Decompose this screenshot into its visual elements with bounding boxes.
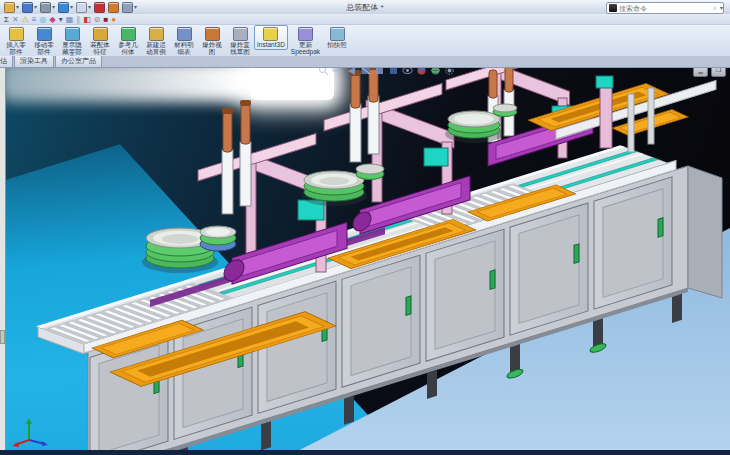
button-label: 图 [209,49,216,56]
instant3d-button[interactable]: Instant3D [254,25,288,50]
explode-line-sketch-icon [233,27,248,41]
chevron-down-icon[interactable]: ▾ [52,4,55,10]
edit-appearance-icon[interactable] [416,68,427,80]
quick-access-toolbar: ▾▾▾▾▾▾ [0,1,138,13]
save-button[interactable]: ▾ [21,1,38,13]
hide-show-items-icon[interactable] [402,68,413,80]
select-icon [76,2,87,13]
tab-办公室产品[interactable]: 办公室产品 [55,56,102,67]
view-orientation-icon[interactable] [374,68,385,80]
open-icon [4,2,15,13]
solidworks-logo-icon [609,4,617,12]
separator-icon: ∥ [76,15,80,24]
equations-icon[interactable]: Σ [4,15,9,24]
rebuild-button[interactable] [93,1,106,13]
chevron-down-icon[interactable]: ▾ [16,4,19,10]
measure-icon[interactable]: ✕ [12,15,19,24]
view-settings-icon[interactable] [444,68,455,80]
tab-评估[interactable]: 评估 [0,56,13,67]
previous-view-icon[interactable] [346,68,357,80]
chevron-down-icon[interactable]: ▾ [34,4,37,10]
instant3d-icon [263,27,278,41]
chevron-down-icon[interactable]: ▾ [720,5,723,11]
take-snapshot-button[interactable]: 拍快照 [323,25,351,50]
take-snapshot-icon [330,27,345,41]
graphics-viewport[interactable]: ▁ ❐ [0,68,730,450]
file-properties-icon [122,2,133,13]
apply-scene-icon[interactable] [430,68,441,80]
button-label: Speedpak [291,49,320,56]
move-component-icon [37,27,52,41]
button-label: 动算例 [146,49,166,56]
minimize-document-button[interactable]: ▁ [693,68,708,77]
smart-fastener-icon[interactable]: ◆ [49,15,55,24]
align-icon[interactable]: ≡ [32,15,37,24]
reference-triad [8,414,50,450]
cabinet-side [688,166,722,298]
undo-icon [58,2,69,13]
chevron-down-icon[interactable]: ▾ [134,4,137,10]
chevron-down-icon[interactable]: ▾ [88,4,91,10]
button-label: Instant3D [257,42,285,49]
update-speedpak-button[interactable]: 更新Speedpak [288,25,323,56]
mate-icon[interactable]: ◎ [40,15,47,24]
x-axis-arrow [12,442,19,447]
open-button[interactable]: ▾ [3,1,20,13]
display-style-icon[interactable] [388,68,399,80]
button-label: 线草图 [230,49,250,56]
explode-line-sketch-button[interactable]: 爆炸直线草图 [226,25,254,56]
command-manager-tabs: 评估渲染工具办公室产品 [0,56,730,68]
exploded-view-icon [205,27,220,41]
feature-manager-collapsed-panel[interactable] [0,68,6,450]
material-swatch-icon[interactable]: ■ [103,15,108,24]
rebuild-icon [94,2,105,13]
new-motion-study-icon [149,27,164,41]
flyout-arrow-icon[interactable]: ▾ [59,15,63,24]
interference-check-icon[interactable]: ⚠ [22,15,29,24]
solidworks-window: ▾▾▾▾▾▾ 总装配体 * ⌕ ▾ Σ✕⚠≡◎◆▾▦∥◧⊘■● 插入零部件▾移动… [0,0,730,455]
section-view-icon[interactable] [360,68,371,80]
appearance-ball-icon[interactable]: ● [111,15,116,24]
assembly-toolbar: Σ✕⚠≡◎◆▾▦∥◧⊘■● [0,14,730,25]
assembly-features-icon [93,27,108,41]
edit-appearance-button[interactable] [107,1,120,13]
zoom-area-icon[interactable] [332,68,343,80]
panel-splitter-handle[interactable] [0,330,5,344]
save-icon [22,2,33,13]
select-button[interactable]: ▾ [75,1,92,13]
status-bar [0,450,730,455]
bill-of-materials-icon [177,27,192,41]
tab-渲染工具[interactable]: 渲染工具 [14,56,54,67]
titlebar: ▾▾▾▾▾▾ 总装配体 * ⌕ ▾ [0,0,730,15]
machine-model[interactable] [0,68,730,450]
search-input[interactable] [619,4,713,12]
z-axis-arrow [42,441,48,446]
new-motion-study-button[interactable]: 新建运动算例 [142,25,170,56]
command-search[interactable]: ⌕ ▾ [606,2,724,14]
command-manager: 插入零部件▾移动零部件▾显示隐藏零部件装配体特征▾参考几何体▾新建运动算例材料明… [0,25,730,56]
bowl-feeder-1 [142,226,236,273]
slider-carriage-2 [424,148,448,166]
zoom-fit-icon[interactable] [318,68,329,80]
new-window-icon[interactable]: ◧ [83,15,91,24]
edit-appearance-icon [108,2,119,13]
insert-components-icon [9,27,24,41]
mirror-components-icon[interactable]: ▦ [66,15,74,24]
update-speedpak-icon [298,27,313,41]
heads-up-view-toolbar [318,68,455,80]
show-hidden-components-icon [65,27,80,41]
y-axis-arrow [26,418,32,424]
exploded-view-button[interactable]: 爆炸视图 [198,25,226,56]
no-preview-icon[interactable]: ⊘ [94,15,101,24]
restore-document-button[interactable]: ❐ [711,68,726,77]
chevron-down-icon[interactable]: ▾ [70,4,73,10]
undo-button[interactable]: ▾ [57,1,74,13]
print-icon [40,2,51,13]
file-properties-button[interactable]: ▾ [121,1,138,13]
reference-geometry-icon [121,27,136,41]
print-button[interactable]: ▾ [39,1,56,13]
document-window-buttons: ▁ ❐ [693,68,726,77]
button-label: 拍快照 [327,42,347,49]
search-icon[interactable]: ⌕ [713,4,717,12]
